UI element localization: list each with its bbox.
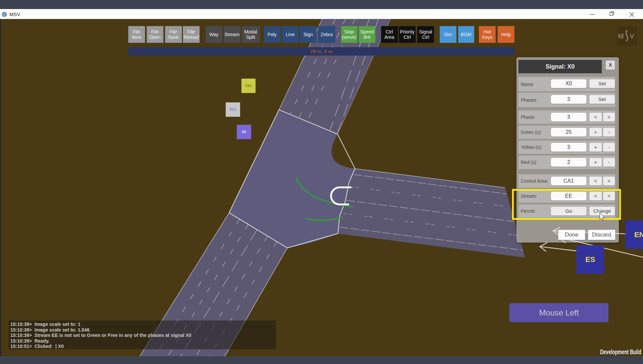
svg-text:M: M: [618, 32, 624, 40]
svg-text:V: V: [630, 32, 634, 40]
